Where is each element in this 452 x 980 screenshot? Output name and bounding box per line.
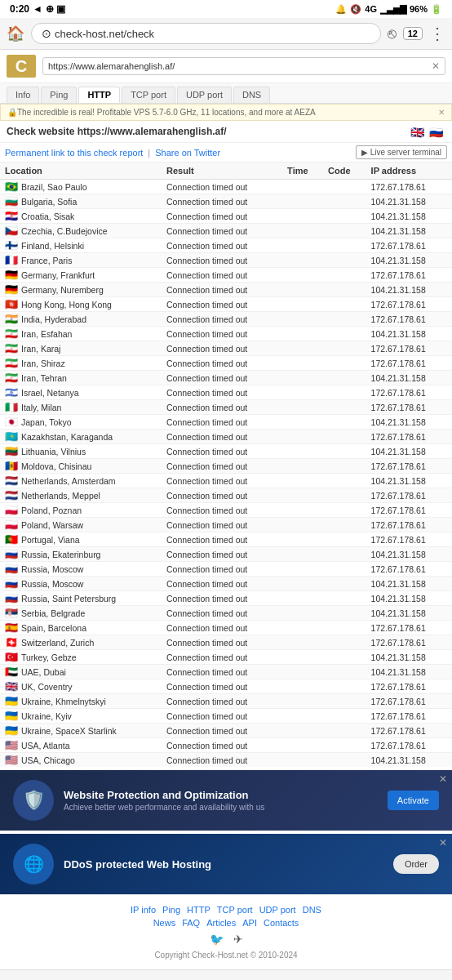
location-name: Poland, Poznan [21, 506, 82, 515]
flag-icon: 🇬🇧 [5, 681, 18, 692]
result-cell: Connection timed out [162, 356, 282, 371]
home-button[interactable]: 🏠 [7, 24, 24, 42]
time-cell [282, 341, 323, 356]
flag-icon: 🇵🇱 [5, 519, 18, 530]
share-twitter-link[interactable]: Share on Twitter [155, 148, 220, 158]
flag-icon: 🇷🇺 [5, 564, 18, 574]
footer-link-ping[interactable]: Ping [162, 905, 180, 915]
result-cell: Connection timed out [162, 459, 282, 474]
tab-count-badge[interactable]: 12 [403, 27, 423, 40]
telegram-icon[interactable]: ✈ [233, 933, 243, 946]
ip-cell: 104.21.31.158 [366, 577, 452, 591]
location-cell: 🇵🇱 Poland, Warsaw [0, 518, 162, 532]
time-cell [282, 547, 323, 562]
table-row: 🇹🇷 Turkey, Gebze Connection timed out 10… [0, 650, 452, 665]
location-cell: 🇺🇸 USA, Atlanta [0, 738, 162, 753]
share-icon[interactable]: ⎋ [388, 25, 397, 42]
menu-icon[interactable]: ⋮ [429, 24, 445, 43]
footer-link-news[interactable]: News [153, 918, 176, 928]
time-cell [282, 444, 323, 459]
flag-icon: 🇭🇰 [5, 299, 18, 310]
table-row: 🇮🇱 Israel, Netanya Connection timed out … [0, 385, 452, 400]
code-cell [323, 562, 366, 577]
permanent-link[interactable]: Permanent link to this check report [5, 148, 143, 158]
result-cell: Connection timed out [162, 268, 282, 283]
code-cell [323, 606, 366, 621]
ip-cell: 104.21.31.158 [366, 283, 452, 297]
ip-cell: 104.21.31.158 [366, 591, 452, 606]
tab-info[interactable]: Info [7, 87, 39, 103]
ip-cell: 104.21.31.158 [366, 371, 452, 385]
tab-dns[interactable]: DNS [233, 87, 270, 103]
code-cell [323, 694, 366, 709]
activate-button[interactable]: Activate [388, 791, 439, 810]
time-cell [282, 327, 323, 341]
url-input-bar[interactable]: https://www.alemarahenglish.af/ ✕ [42, 57, 445, 75]
nav-home-button[interactable]: ⬤ [200, 977, 255, 980]
footer-links-row1: IP info Ping HTTP TCP port UDP port DNS [7, 905, 445, 915]
ddos-ad-close[interactable]: ✕ [439, 773, 447, 785]
nav-back-button[interactable]: ◁ [346, 977, 393, 980]
tab-http[interactable]: HTTP [78, 87, 120, 103]
footer-link-articles[interactable]: Articles [206, 918, 236, 928]
time-cell [282, 268, 323, 283]
hosting-ad-banner: 🌐 DDoS protected Web Hosting Order ✕ [0, 834, 452, 894]
order-button[interactable]: Order [393, 854, 439, 874]
location-name: UK, Coventry [21, 682, 72, 692]
twitter-icon[interactable]: 🐦 [210, 933, 224, 946]
location-cell: 🇺🇦 Ukraine, Kyiv [0, 709, 162, 724]
location-cell: 🇪🇸 Spain, Barcelona [0, 621, 162, 635]
code-cell [323, 283, 366, 297]
footer-link-http[interactable]: HTTP [187, 905, 210, 915]
time-cell [282, 253, 323, 268]
time-cell [282, 209, 323, 224]
url-clear-button[interactable]: ✕ [432, 60, 440, 72]
footer-link-ipinfo[interactable]: IP info [131, 905, 156, 915]
flag-icon: 🇮🇷 [5, 358, 18, 368]
result-cell: Connection timed out [162, 327, 282, 341]
ip-cell: 172.67.178.61 [366, 488, 452, 503]
flag-icon: 🇺🇦 [5, 696, 18, 706]
table-row: 🇺🇸 USA, Atlanta Connection timed out 172… [0, 738, 452, 753]
result-cell: Connection timed out [162, 518, 282, 532]
hosting-ad-close[interactable]: ✕ [439, 837, 447, 849]
table-row: 🇫🇷 France, Paris Connection timed out 10… [0, 253, 452, 268]
location-cell: 🇦🇪 UAE, Dubai [0, 665, 162, 679]
tab-ping[interactable]: Ping [41, 87, 77, 103]
footer-link-tcp[interactable]: TCP port [217, 905, 253, 915]
code-cell [323, 356, 366, 371]
location-cell: 🇹🇷 Turkey, Gebze [0, 650, 162, 665]
code-cell [323, 474, 366, 488]
footer-link-udp[interactable]: UDP port [259, 905, 296, 915]
footer-link-api[interactable]: API [242, 918, 257, 928]
live-terminal-button[interactable]: ▶ Live server terminal [356, 145, 447, 159]
ad-close-button[interactable]: ✕ [438, 108, 445, 117]
footer-link-faq[interactable]: FAQ [182, 918, 200, 928]
footer-link-dns[interactable]: DNS [303, 905, 321, 915]
hosting-title: DDoS protected Web Hosting [64, 858, 383, 871]
nav-menu-button[interactable]: ☰ [59, 977, 109, 980]
code-cell [323, 532, 366, 547]
flag-icon: 🇷🇺 [5, 593, 18, 604]
location-name: Iran, Karaj [21, 344, 60, 354]
address-bar[interactable]: ⊙ check-host.net/check [31, 23, 381, 44]
location-cell: 🇫🇷 France, Paris [0, 253, 162, 268]
footer-link-contacts[interactable]: Contacts [264, 918, 299, 928]
result-cell: Connection timed out [162, 577, 282, 591]
page-content: C https://www.alemarahenglish.af/ ✕ Info… [0, 50, 452, 969]
tab-udp[interactable]: UDP port [177, 87, 232, 103]
flag-icon: 🇺🇸 [5, 740, 18, 751]
flag-icon: 🇷🇺 [5, 578, 18, 589]
location-name: Poland, Warsaw [21, 520, 83, 530]
table-row: 🇷🇺 Russia, Saint Petersburg Connection t… [0, 591, 452, 606]
tab-tcp[interactable]: TCP port [122, 87, 175, 103]
code-cell [323, 679, 366, 694]
table-row: 🇺🇦 Ukraine, Kyiv Connection timed out 17… [0, 709, 452, 724]
location-cell: 🇲🇩 Moldova, Chisinau [0, 459, 162, 474]
result-cell: Connection timed out [162, 283, 282, 297]
location-cell: 🇷🇺 Russia, Ekaterinburg [0, 547, 162, 562]
ddos-logo: 🛡️ [13, 780, 54, 821]
flag-icon: 🇮🇹 [5, 402, 18, 412]
flag-icon: 🇦🇪 [5, 666, 18, 677]
ip-cell: 104.21.31.158 [366, 665, 452, 679]
